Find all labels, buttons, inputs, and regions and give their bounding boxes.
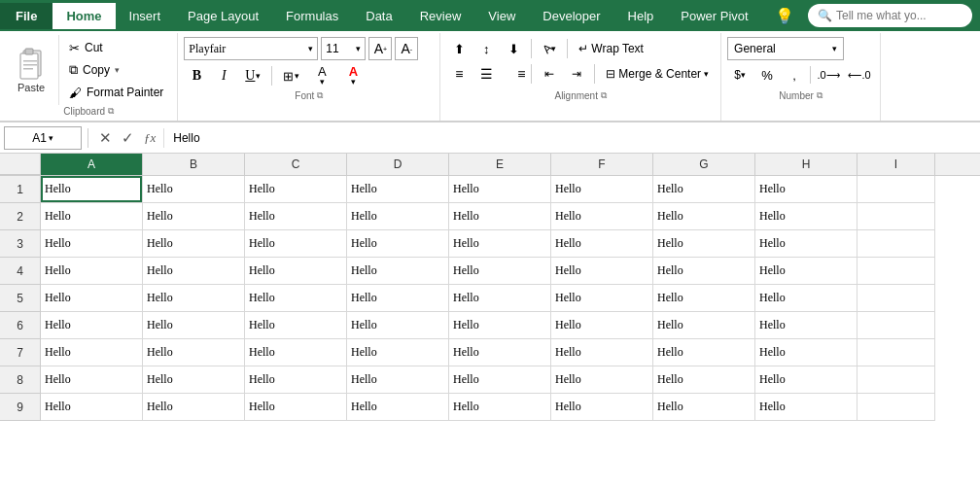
cut-button[interactable]: ✂ Cut	[65, 37, 167, 58]
cell-g1[interactable]: Hello	[653, 176, 755, 203]
cell-i1[interactable]	[858, 176, 935, 203]
col-header-a[interactable]: A	[41, 154, 143, 175]
cell-f3[interactable]: Hello	[551, 230, 653, 258]
cell-e4[interactable]: Hello	[449, 258, 551, 285]
cell-h7[interactable]: Hello	[755, 339, 858, 366]
cell-i2[interactable]	[858, 203, 935, 230]
font-name-dropdown[interactable]: Playfair ▾	[184, 37, 318, 60]
cell-g7[interactable]: Hello	[653, 339, 755, 366]
cell-b5[interactable]: Hello	[143, 285, 245, 312]
cell-g6[interactable]: Hello	[653, 312, 755, 339]
cell-e6[interactable]: Hello	[449, 312, 551, 339]
cell-a6[interactable]: Hello	[41, 312, 143, 339]
cell-e1[interactable]: Hello	[449, 176, 551, 203]
merge-arrow[interactable]: ▾	[704, 69, 709, 79]
cell-f1[interactable]: Hello	[551, 176, 653, 203]
formula-cancel-button[interactable]: ✕	[94, 127, 117, 149]
col-header-e[interactable]: E	[449, 154, 551, 175]
decrease-indent-button[interactable]: ⇤	[537, 62, 562, 86]
cell-e8[interactable]: Hello	[449, 366, 551, 394]
cell-h9[interactable]: Hello	[755, 394, 858, 421]
align-left-button[interactable]: ≡	[446, 62, 472, 86]
col-header-i[interactable]: I	[858, 154, 935, 175]
cell-i6[interactable]	[858, 312, 935, 339]
tab-insert[interactable]: Insert	[116, 3, 175, 29]
cell-i3[interactable]	[858, 230, 935, 258]
cell-d5[interactable]: Hello	[347, 285, 449, 312]
cell-b1[interactable]: Hello	[143, 176, 245, 203]
copy-dropdown-arrow[interactable]: ▾	[115, 65, 120, 75]
cell-c5[interactable]: Hello	[245, 285, 347, 312]
align-center-button[interactable]: ☰	[473, 62, 499, 86]
cell-a5[interactable]: Hello	[41, 285, 143, 312]
border-arrow[interactable]: ▾	[295, 71, 299, 81]
cell-f4[interactable]: Hello	[551, 258, 653, 285]
cell-a2[interactable]: Hello	[41, 203, 143, 230]
cell-c4[interactable]: Hello	[245, 258, 347, 285]
font-color-button[interactable]: A ▾	[338, 64, 368, 87]
cell-g2[interactable]: Hello	[653, 203, 755, 230]
cell-d8[interactable]: Hello	[347, 366, 449, 394]
cell-c9[interactable]: Hello	[245, 394, 347, 421]
cell-h2[interactable]: Hello	[755, 203, 858, 230]
cell-g4[interactable]: Hello	[653, 258, 755, 285]
row-header-2[interactable]: 2	[0, 203, 41, 230]
cell-b3[interactable]: Hello	[143, 230, 245, 258]
percent-format-button[interactable]: $▾	[727, 64, 752, 86]
tab-page-layout[interactable]: Page Layout	[174, 3, 272, 29]
cell-c6[interactable]: Hello	[245, 312, 347, 339]
bold-button[interactable]: B	[184, 64, 209, 87]
font-expand-icon[interactable]: ⧉	[317, 90, 323, 101]
cell-e5[interactable]: Hello	[449, 285, 551, 312]
wrap-text-button[interactable]: ↵ Wrap Text	[573, 37, 649, 60]
cell-c2[interactable]: Hello	[245, 203, 347, 230]
cell-d9[interactable]: Hello	[347, 394, 449, 421]
underline-arrow[interactable]: ▾	[256, 71, 261, 81]
tab-home[interactable]: Home	[52, 3, 115, 29]
tab-review[interactable]: Review	[406, 3, 475, 29]
tab-formulas[interactable]: Formulas	[272, 3, 352, 29]
row-header-5[interactable]: 5	[0, 285, 41, 312]
border-button[interactable]: ⊞ ▾	[276, 64, 305, 87]
row-header-3[interactable]: 3	[0, 230, 41, 258]
percent-button[interactable]: %	[754, 64, 780, 86]
font-size-dropdown[interactable]: 11 ▾	[321, 37, 366, 60]
copy-button[interactable]: ⧉ Copy ▾	[65, 59, 167, 81]
align-bottom-button[interactable]: ⬇	[501, 37, 526, 60]
cell-f6[interactable]: Hello	[551, 312, 653, 339]
increase-indent-button[interactable]: ⇥	[564, 62, 589, 86]
col-header-h[interactable]: H	[755, 154, 858, 175]
tab-help[interactable]: Help	[614, 3, 668, 29]
cell-g9[interactable]: Hello	[653, 394, 755, 421]
clipboard-expand-icon[interactable]: ⧉	[108, 106, 114, 117]
cell-i4[interactable]	[858, 258, 935, 285]
cell-a9[interactable]: Hello	[41, 394, 143, 421]
cell-h3[interactable]: Hello	[755, 230, 858, 258]
comma-button[interactable]: ,	[782, 64, 807, 86]
italic-button[interactable]: I	[211, 64, 236, 87]
cell-b8[interactable]: Hello	[143, 366, 245, 394]
cell-b4[interactable]: Hello	[143, 258, 245, 285]
decrease-decimal-button[interactable]: ⟵.0	[845, 64, 874, 86]
cell-b6[interactable]: Hello	[143, 312, 245, 339]
increase-decimal-button[interactable]: .0⟶	[814, 64, 843, 86]
cell-f8[interactable]: Hello	[551, 366, 653, 394]
cell-e3[interactable]: Hello	[449, 230, 551, 258]
cell-c7[interactable]: Hello	[245, 339, 347, 366]
cell-ref-dropdown[interactable]: A1 ▾	[4, 126, 82, 150]
col-header-c[interactable]: C	[245, 154, 347, 175]
cell-d1[interactable]: Hello	[347, 176, 449, 203]
format-painter-button[interactable]: 🖌 Format Painter	[65, 82, 167, 103]
cell-d7[interactable]: Hello	[347, 339, 449, 366]
row-header-8[interactable]: 8	[0, 366, 41, 394]
cell-g8[interactable]: Hello	[653, 366, 755, 394]
paste-button[interactable]: Paste	[4, 35, 59, 105]
cell-h8[interactable]: Hello	[755, 366, 858, 394]
row-col-corner[interactable]	[0, 154, 41, 175]
cell-i8[interactable]	[858, 366, 935, 394]
cell-f2[interactable]: Hello	[551, 203, 653, 230]
row-header-7[interactable]: 7	[0, 339, 41, 366]
cell-f5[interactable]: Hello	[551, 285, 653, 312]
cell-a4[interactable]: Hello	[41, 258, 143, 285]
cell-a7[interactable]: Hello	[41, 339, 143, 366]
